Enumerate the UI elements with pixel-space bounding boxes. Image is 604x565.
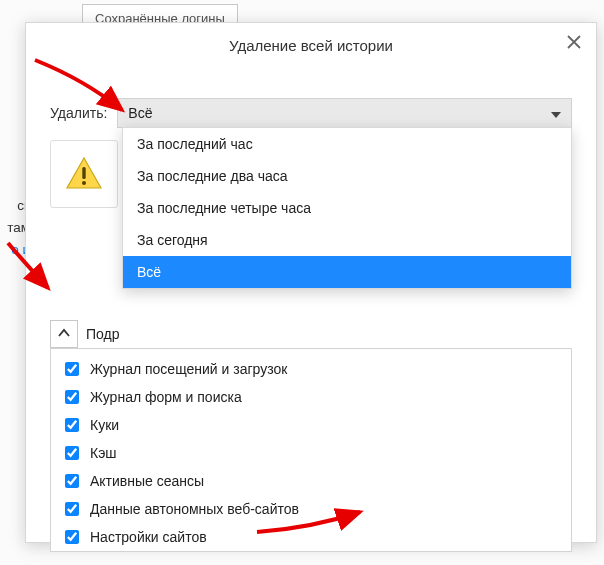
caret-down-icon — [551, 106, 561, 121]
checkbox[interactable] — [65, 390, 79, 404]
checkbox-label: Журнал форм и поиска — [90, 389, 242, 405]
checkbox[interactable] — [65, 530, 79, 544]
time-range-selected-text: Всё — [128, 105, 152, 121]
checkbox[interactable] — [65, 418, 79, 432]
dialog-body: Удалить: Всё За последний час За последн… — [26, 70, 596, 542]
list-item[interactable]: Журнал форм и поиска — [57, 383, 565, 411]
checkbox-label: Данные автономных веб-сайтов — [90, 501, 299, 517]
close-icon[interactable] — [564, 35, 584, 55]
checkbox-label: Журнал посещений и загрузок — [90, 361, 287, 377]
details-toggle: Подр — [50, 320, 120, 348]
checkbox[interactable] — [65, 474, 79, 488]
list-item[interactable]: Кэш — [57, 439, 565, 467]
dialog-header: Удаление всей истории — [26, 23, 596, 70]
svg-point-1 — [82, 181, 86, 185]
svg-rect-0 — [82, 167, 85, 179]
list-item[interactable]: Данные автономных веб-сайтов — [57, 495, 565, 523]
dialog-title: Удаление всей истории — [229, 37, 393, 54]
list-item[interactable]: Журнал посещений и загрузок — [57, 355, 565, 383]
dropdown-option[interactable]: За сегодня — [123, 224, 571, 256]
checkbox-label: Куки — [90, 417, 119, 433]
time-range-select[interactable]: Всё — [117, 98, 572, 128]
warning-icon — [50, 140, 118, 208]
dropdown-option[interactable]: За последние два часа — [123, 160, 571, 192]
details-collapse-button[interactable] — [50, 320, 78, 348]
dropdown-option[interactable]: Всё — [123, 256, 571, 288]
clear-items-panel[interactable]: Журнал посещений и загрузок Журнал форм … — [50, 348, 572, 552]
details-label: Подр — [86, 326, 120, 342]
dropdown-option[interactable]: За последние четыре часа — [123, 192, 571, 224]
checkbox[interactable] — [65, 502, 79, 516]
checkbox[interactable] — [65, 446, 79, 460]
list-item[interactable]: Активные сеансы — [57, 467, 565, 495]
time-range-dropdown: За последний час За последние два часа З… — [122, 127, 572, 289]
delete-range-row: Удалить: Всё За последний час За последн… — [50, 98, 572, 128]
checkbox-label: Кэш — [90, 445, 117, 461]
checkbox-label: Активные сеансы — [90, 473, 204, 489]
checkbox-label: Настройки сайтов — [90, 529, 207, 545]
list-item[interactable]: Куки — [57, 411, 565, 439]
delete-label: Удалить: — [50, 105, 107, 121]
clear-history-dialog: Удаление всей истории Удалить: Всё За по… — [25, 22, 597, 543]
list-item[interactable]: Настройки сайтов — [57, 523, 565, 551]
checkbox[interactable] — [65, 362, 79, 376]
dropdown-option[interactable]: За последний час — [123, 128, 571, 160]
